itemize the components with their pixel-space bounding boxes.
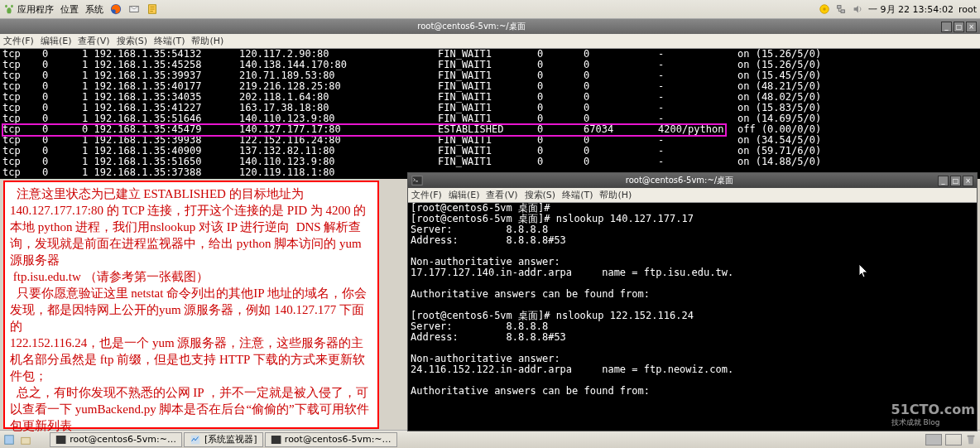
menu-file[interactable]: 文件(F) <box>3 35 34 47</box>
menu-search[interactable]: 搜索(S) <box>117 35 148 47</box>
svg-rect-8 <box>5 435 14 444</box>
show-desktop-icon[interactable] <box>3 434 15 446</box>
menu-search[interactable]: 搜索(S) <box>525 189 556 201</box>
menu-help[interactable]: 帮助(H) <box>191 35 223 47</box>
watermark: 51CTO.com 技术成就 Blog <box>891 402 975 428</box>
annotation-text: 注意这里状态为已建立 ESTABLISHED 的目标地址为 140.127.17… <box>10 185 372 434</box>
menu-help[interactable]: 帮助(H) <box>599 189 632 201</box>
update-icon[interactable] <box>819 3 830 15</box>
terminal-output[interactable]: tcp01 192.168.1.35:54132120.117.2.90:80F… <box>0 49 980 178</box>
svg-rect-10 <box>56 436 66 444</box>
terminal-1: root@centos6-5vm:~/桌面 _ □ × 文件(F) 编辑(E) … <box>0 19 980 179</box>
workspace-1[interactable] <box>925 434 942 446</box>
terminal-output[interactable]: [root@centos6-5vm 桌面]# [root@centos6-5vm… <box>408 203 977 397</box>
gnome-top-panel: 应用程序 位置 系统 一 9月 22 13:54:02 root <box>0 0 980 19</box>
menubar: 文件(F) 编辑(E) 查看(V) 搜索(S) 终端(T) 帮助(H) <box>0 34 980 49</box>
terminal-2: root@centos6-5vm:~/桌面 _ □ × 文件(F) 编辑(E) … <box>407 172 978 431</box>
svg-point-4 <box>823 7 826 11</box>
evolution-icon[interactable] <box>128 3 140 15</box>
titlebar[interactable]: root@centos6-5vm:~/桌面 _ □ × <box>408 173 977 188</box>
svg-rect-5 <box>838 6 841 9</box>
mouse-cursor-icon <box>859 264 869 279</box>
menu-terminal[interactable]: 终端(T) <box>154 35 185 47</box>
file-manager-icon[interactable] <box>20 434 31 446</box>
label: 应用程序 <box>17 3 54 16</box>
svg-rect-9 <box>22 437 31 444</box>
close-button[interactable]: × <box>966 22 977 32</box>
svg-rect-6 <box>841 10 844 13</box>
task-button-terminal1[interactable]: root@centos6-5vm:~… <box>50 432 182 447</box>
terminal-icon <box>271 434 281 446</box>
watermark-main: 51CTO.com <box>891 402 975 417</box>
minimize-button[interactable]: _ <box>938 176 949 186</box>
menu-terminal[interactable]: 终端(T) <box>562 189 593 201</box>
menubar: 文件(F) 编辑(E) 查看(V) 搜索(S) 终端(T) 帮助(H) <box>408 188 977 203</box>
menu-places[interactable]: 位置 <box>60 3 79 16</box>
titlebar[interactable]: root@centos6-5vm:~/桌面 _ □ × <box>0 19 980 34</box>
sysmon-icon <box>190 434 201 446</box>
menu-view[interactable]: 查看(V) <box>78 35 109 47</box>
svg-rect-7 <box>412 176 422 185</box>
minimize-button[interactable]: _ <box>941 22 952 32</box>
menu-system[interactable]: 系统 <box>85 3 103 16</box>
workspace-2[interactable] <box>945 434 962 446</box>
menu-edit[interactable]: 编辑(E) <box>449 189 480 201</box>
watermark-sub: 技术成就 Blog <box>891 417 975 428</box>
maximize-button[interactable]: □ <box>954 22 964 32</box>
foot-icon <box>3 3 15 15</box>
gedit-icon[interactable] <box>147 3 158 15</box>
close-button[interactable]: × <box>963 176 973 186</box>
menu-file[interactable]: 文件(F) <box>411 189 442 201</box>
annotation-box: 注意这里状态为已建立 ESTABLISHED 的目标地址为 140.127.17… <box>3 181 379 429</box>
window-title: root@centos6-5vm:~/桌面 <box>3 21 939 32</box>
label: root@centos6-5vm:~… <box>285 434 392 445</box>
firefox-icon[interactable] <box>110 3 122 15</box>
user-menu[interactable]: root <box>958 4 977 15</box>
window-title: root@centos6-5vm:~/桌面 <box>423 175 936 186</box>
clock[interactable]: 一 9月 22 13:54:02 <box>868 3 954 16</box>
label: [系统监视器] <box>204 433 257 446</box>
svg-rect-12 <box>271 436 281 444</box>
task-button-terminal2[interactable]: root@centos6-5vm:~… <box>265 432 397 447</box>
menu-view[interactable]: 查看(V) <box>486 189 517 201</box>
task-button-sysmon[interactable]: [系统监视器] <box>184 432 263 447</box>
terminal-icon <box>411 175 423 186</box>
svg-rect-11 <box>191 435 200 444</box>
terminal-icon <box>55 434 66 446</box>
menu-applications[interactable]: 应用程序 <box>3 3 54 16</box>
trash-icon[interactable] <box>965 434 977 446</box>
maximize-button[interactable]: □ <box>950 176 961 186</box>
volume-icon[interactable] <box>852 3 863 15</box>
network-icon[interactable] <box>835 3 847 15</box>
label: root@centos6-5vm:~… <box>70 434 176 445</box>
svg-rect-13 <box>968 435 975 436</box>
menu-edit[interactable]: 编辑(E) <box>41 35 72 47</box>
